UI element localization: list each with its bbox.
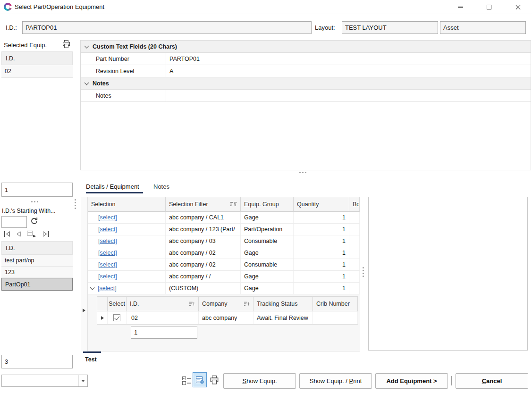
field-value[interactable]: PARTOP01 — [166, 53, 531, 65]
nested-row-header-corner — [97, 296, 108, 311]
field-label: Revision Level — [88, 65, 166, 77]
show-equip-print-button[interactable]: Show Equip. / Print — [299, 373, 372, 389]
grid-row[interactable]: [select] abc company / / Gage 1 — [88, 271, 360, 283]
quantity-cell: 1 — [294, 283, 349, 294]
nested-grid-header-row: Select I.D. Company Tracking Status Crib… — [97, 296, 358, 311]
nested-quantity-input[interactable] — [131, 326, 197, 339]
nested-column-header-id[interactable]: I.D. — [127, 296, 199, 311]
selection-filter-cell: abc company / 03 — [166, 235, 241, 247]
splitter-handle-left[interactable] — [31, 201, 38, 202]
nested-column-header-select[interactable]: Select — [108, 296, 127, 311]
select-link[interactable]: [select] — [98, 226, 117, 233]
quantity-cell: 1 — [294, 235, 349, 247]
splitter-handle-right-vertical[interactable] — [363, 267, 364, 277]
asset-input[interactable] — [440, 21, 526, 34]
selected-qty-input[interactable] — [1, 183, 73, 197]
close-button[interactable] — [507, 0, 529, 14]
window-title: Select Part/Operation Equipment — [15, 3, 104, 10]
title-bar: Select Part/Operation Equipment — [0, 0, 532, 14]
show-selection-column-button[interactable] — [182, 376, 192, 387]
field-value[interactable]: A — [166, 65, 531, 77]
cancel-button[interactable]: Cancel — [456, 373, 528, 389]
quantity-cell: 1 — [294, 224, 349, 235]
select-link[interactable]: [select] — [98, 250, 117, 256]
equip-group-cell: Consumable — [241, 235, 294, 247]
column-header-borrowed[interactable]: Bo — [349, 197, 360, 212]
id-list-item[interactable]: 123 — [1, 267, 73, 278]
select-link[interactable]: [select] — [98, 261, 117, 268]
column-header-selection-filter[interactable]: Selection Filter — [166, 197, 241, 212]
show-equip-label: Show Equip. — [243, 377, 277, 385]
custom-fields-section-header[interactable]: Custom Text Fields (20 Chars) — [81, 41, 531, 53]
printer-icon — [210, 376, 219, 385]
starting-with-input[interactable] — [1, 216, 27, 228]
column-header-label: I.D. — [130, 301, 139, 307]
select-link[interactable]: [select] — [98, 238, 117, 244]
footer-separator — [451, 376, 452, 385]
id-input[interactable] — [22, 21, 312, 34]
left-dropdown[interactable] — [1, 375, 88, 387]
print-selected-button[interactable] — [62, 40, 70, 50]
tab-notes[interactable]: Notes — [153, 183, 169, 190]
column-header-selection[interactable]: Selection — [88, 197, 166, 212]
left-dropdown-arrow-button[interactable] — [78, 375, 87, 386]
grid-row-expanded[interactable]: [select] (CUSTOM) Gage 1 — [88, 283, 360, 294]
nested-grid-row[interactable]: 02 abc company Await. Final Review — [97, 311, 358, 325]
borrowed-cell — [349, 283, 360, 294]
nav-first-button[interactable] — [3, 230, 11, 239]
tab-details-equipment[interactable]: Details / Equipment — [86, 183, 139, 190]
quantity-cell: 1 — [294, 259, 349, 270]
select-link[interactable]: [select] — [98, 214, 117, 221]
nested-crib-number-cell — [313, 311, 358, 324]
auto-add-icon — [195, 376, 204, 385]
select-link[interactable]: [select] — [98, 285, 117, 292]
nav-last-button[interactable] — [42, 230, 50, 239]
print-button[interactable] — [210, 376, 219, 386]
tab-test[interactable]: Test — [85, 356, 97, 363]
column-header-quantity[interactable]: Quantity — [294, 197, 349, 212]
quantity-cell: 1 — [294, 247, 349, 259]
nested-column-header-tracking-status[interactable]: Tracking Status — [253, 296, 313, 311]
splitter-handle-left-vertical[interactable] — [75, 199, 76, 209]
nav-goto-button[interactable] — [26, 230, 38, 239]
detail-panel: Custom Text Fields (20 Chars) Part Numbe… — [80, 40, 531, 170]
nested-row-indicator-cell — [97, 311, 108, 324]
show-equip-button[interactable]: Show Equip. — [223, 373, 296, 389]
row-expander-chevron-down-icon[interactable] — [90, 285, 95, 290]
id-list-item[interactable]: test part/op — [1, 255, 73, 267]
layout-input[interactable] — [342, 21, 438, 34]
borrowed-cell — [349, 212, 360, 223]
nested-column-header-company[interactable]: Company — [199, 296, 253, 311]
nested-company-cell: abc company — [199, 311, 253, 324]
nested-column-header-crib-number[interactable]: Crib Number — [313, 296, 358, 311]
add-equipment-button[interactable]: Add Equipment > — [375, 373, 448, 389]
select-link[interactable]: [select] — [98, 273, 117, 280]
app-logo-icon — [4, 3, 12, 11]
id-label: I.D.: — [6, 24, 17, 31]
splitter-handle-horizontal[interactable] — [299, 172, 306, 173]
grid-row[interactable]: [select] abc company / CAL1 Gage 1 — [88, 212, 360, 224]
column-header-label: Company — [202, 301, 228, 307]
layout-label: Layout: — [315, 24, 335, 31]
borrowed-cell — [349, 235, 360, 247]
selected-equip-list-item[interactable]: 02 — [1, 65, 73, 78]
minimize-button[interactable] — [450, 0, 471, 14]
checklist-icon — [182, 376, 192, 385]
grid-row[interactable]: [select] abc company / 123 (Part/ Part/O… — [88, 224, 360, 235]
id-list-item-selected[interactable]: PartOp01 — [1, 278, 73, 291]
field-row: Part Number PARTOP01 — [81, 53, 531, 65]
maximize-button[interactable] — [478, 0, 499, 14]
grid-row[interactable]: [select] abc company / 02 Gage 1 — [88, 247, 360, 259]
grid-row[interactable]: [select] abc company / 03 Consumable 1 — [88, 235, 360, 247]
nav-previous-button[interactable] — [15, 230, 22, 239]
nested-select-cell — [108, 311, 127, 324]
field-value[interactable] — [166, 90, 531, 101]
grid-row[interactable]: [select] abc company / 02 Consumable 1 — [88, 259, 360, 271]
count-input[interactable] — [1, 355, 73, 368]
notes-section-header[interactable]: Notes — [81, 77, 531, 90]
refresh-button[interactable] — [30, 217, 38, 226]
auto-add-toggle-button[interactable] — [193, 372, 207, 387]
select-checkbox[interactable] — [113, 314, 120, 321]
equip-group-cell: Gage — [241, 212, 294, 223]
column-header-equip-group[interactable]: Equip. Group — [241, 197, 294, 212]
